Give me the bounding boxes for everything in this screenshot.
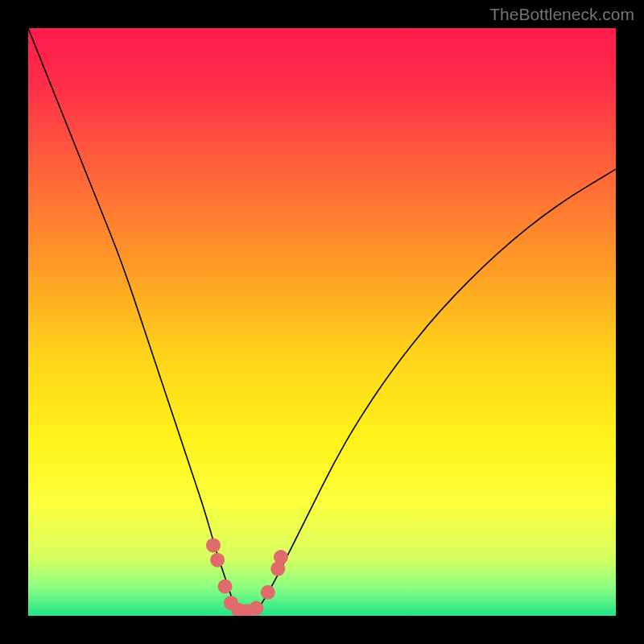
plot-area bbox=[28, 28, 616, 616]
watermark-text: TheBottleneck.com bbox=[489, 5, 634, 24]
highlight-dot bbox=[218, 580, 233, 594]
highlight-dot bbox=[249, 601, 263, 616]
highlight-dot bbox=[210, 553, 225, 568]
highlight-dot bbox=[206, 538, 221, 552]
chart-frame: TheBottleneck.com bbox=[0, 0, 644, 644]
highlight-dot bbox=[261, 585, 275, 600]
chart-svg bbox=[28, 28, 616, 616]
gradient-background bbox=[28, 28, 616, 616]
highlight-dot bbox=[274, 550, 288, 564]
